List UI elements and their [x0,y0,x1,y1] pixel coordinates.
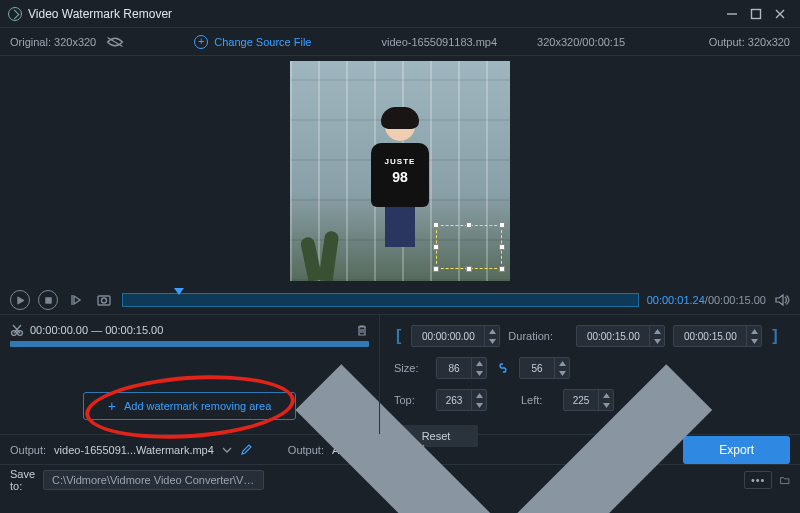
save-to-label: Save to: [10,468,35,492]
stop-button[interactable] [38,290,58,310]
browse-path-button[interactable]: ••• [744,471,773,489]
open-folder-icon[interactable] [780,473,790,487]
clips-panel: 00:00:00.00 — 00:00:15.00 + Add watermar… [0,315,380,434]
save-path-field[interactable]: C:\Vidmore\Vidmore Video Converter\Video… [43,470,264,490]
next-frame-button[interactable] [66,290,86,310]
original-label: Original: 320x320 [10,36,96,48]
add-area-label: Add watermark removing area [124,400,271,412]
add-watermark-area-button[interactable]: + Add watermark removing area [83,392,297,420]
watermark-selection-box[interactable] [436,225,502,269]
info-bar: Original: 320x320 + Change Source File v… [0,28,800,56]
change-source-button[interactable]: + Change Source File [194,35,311,49]
svg-rect-0 [752,9,761,18]
maximize-button[interactable] [744,4,768,24]
delete-clip-icon[interactable] [355,323,369,337]
svg-rect-1 [45,297,50,302]
app-logo-icon [8,7,22,21]
scrub-bar[interactable] [122,293,639,307]
change-source-label: Change Source File [214,36,311,48]
plus-icon: + [108,399,116,413]
plus-icon: + [194,35,208,49]
output-file-value: video-1655091...Watermark.mp4 [54,444,214,456]
clip-icon [10,323,24,337]
close-button[interactable] [768,4,792,24]
app-title: Video Watermark Remover [28,7,172,21]
set-end-button[interactable]: ] [770,327,779,345]
minimize-button[interactable] [720,4,744,24]
title-bar: Video Watermark Remover [0,0,800,28]
save-row: Save to: C:\Vidmore\Vidmore Video Conver… [0,464,800,494]
play-button[interactable] [10,290,30,310]
output-file-label: Output: [10,444,46,456]
preview-toggle-icon[interactable] [106,35,124,49]
clip-row[interactable]: 00:00:00.00 — 00:00:15.00 [10,323,369,337]
clip-timeline[interactable] [10,341,369,347]
clip-range: 00:00:00.00 — 00:00:15.00 [30,324,163,336]
svg-point-3 [102,298,107,303]
source-filename: video-1655091183.mp4 [381,36,497,48]
playhead-icon[interactable] [174,288,184,295]
video-frame: JUSTE 98 [290,61,510,281]
output-dims: Output: 320x320 [709,36,790,48]
snapshot-button[interactable] [94,290,114,310]
edit-output-name-icon[interactable] [240,444,252,456]
source-info: 320x320/00:00:15 [537,36,625,48]
volume-icon[interactable] [774,292,790,308]
output-file-dropdown-icon[interactable] [222,445,232,455]
